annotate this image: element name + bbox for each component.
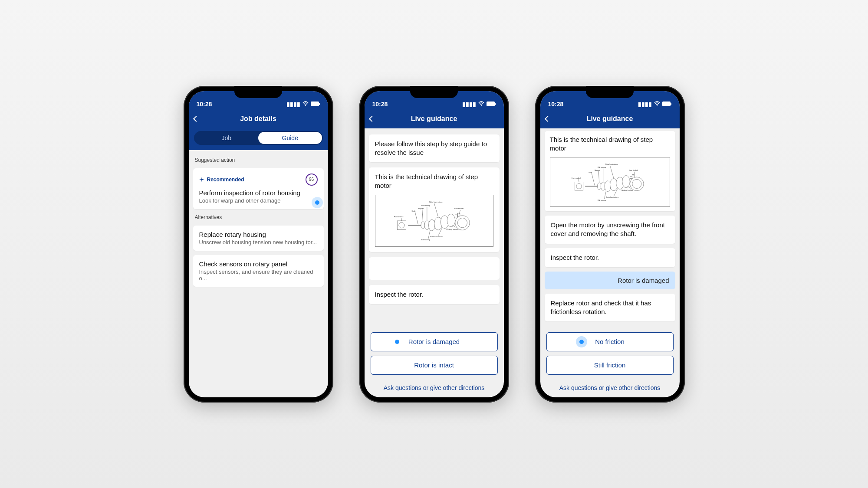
notch xyxy=(410,86,458,98)
sparkle-icon xyxy=(199,177,204,182)
step-drawing-text: This is the technical drawing of step mo… xyxy=(550,135,670,153)
battery-icon xyxy=(311,101,320,108)
svg-rect-35 xyxy=(487,102,495,106)
svg-rect-39 xyxy=(671,103,671,105)
wifi-icon xyxy=(302,101,309,108)
option-rotor-intact[interactable]: Rotor is intact xyxy=(371,356,498,375)
status-time: 10:28 xyxy=(372,101,388,108)
signal-icon: ▮▮▮▮ xyxy=(638,101,652,108)
step-intro-text: Please follow this step by step guide to… xyxy=(375,140,493,157)
motor-diagram xyxy=(375,195,493,247)
alternative-card-1[interactable]: Replace rotary housing Unscrew old housi… xyxy=(193,226,324,251)
page-title: Job details xyxy=(189,115,328,123)
step-open-text: Open the motor by unscrewing the front c… xyxy=(551,221,669,239)
signal-icon: ▮▮▮▮ xyxy=(286,101,300,108)
step-inspect-card: Inspect the rotor. xyxy=(369,285,500,304)
status-icons: ▮▮▮▮ xyxy=(286,101,320,108)
alt1-subtitle: Unscrew old housing tension new housing … xyxy=(199,239,318,246)
battery-icon xyxy=(662,101,672,108)
option-no-friction[interactable]: No friction xyxy=(546,332,674,351)
page-title: Live guidance xyxy=(540,115,680,123)
notch xyxy=(234,86,282,98)
step-inspect-card: Inspect the rotor. xyxy=(545,248,675,267)
option-still-friction[interactable]: Still friction xyxy=(546,356,674,375)
motor-diagram xyxy=(550,157,670,207)
svg-point-34 xyxy=(481,105,482,106)
tab-strip: Job Guide xyxy=(189,128,328,150)
svg-rect-32 xyxy=(311,102,319,106)
option-label: No friction xyxy=(595,338,625,345)
option-label: Rotor is intact xyxy=(414,361,454,369)
wifi-icon xyxy=(654,101,660,108)
status-icons: ▮▮▮▮ xyxy=(638,101,672,108)
tab-job[interactable]: Job xyxy=(195,132,259,144)
alternative-card-2[interactable]: Check sensors on rotary panel Inspect se… xyxy=(193,255,324,287)
ask-questions-link[interactable]: Ask questions or give other directions xyxy=(545,379,675,393)
svg-rect-33 xyxy=(319,103,320,105)
highlight-dot-icon xyxy=(579,340,584,344)
signal-icon: ▮▮▮▮ xyxy=(462,101,476,108)
notch xyxy=(586,86,634,98)
action-subtitle: Look for warp and other damage xyxy=(199,197,318,204)
svg-point-37 xyxy=(657,105,658,106)
phone-job-details: 10:28 ▮▮▮▮ Job details Job Guide Suggest… xyxy=(184,86,333,403)
wifi-icon xyxy=(478,101,484,108)
step-inspect-text: Inspect the rotor. xyxy=(375,290,493,299)
step-inspect-text: Inspect the rotor. xyxy=(551,253,669,262)
alt2-title: Check sensors on rotary panel xyxy=(199,260,318,268)
confidence-score: 96 xyxy=(306,174,318,186)
recommended-action-card[interactable]: Recommended 96 Perform inspection of rot… xyxy=(193,168,324,209)
step-intro-card: Please follow this step by step guide to… xyxy=(369,134,500,163)
step-placeholder-card xyxy=(369,257,500,280)
highlight-dot-icon xyxy=(315,200,319,205)
phone-live-guidance-1: 10:28 ▮▮▮▮ Live guidance Please follow t… xyxy=(359,86,509,403)
recommended-badge: Recommended xyxy=(199,177,244,183)
status-time: 10:28 xyxy=(548,101,564,108)
alternatives-heading: Alternatives xyxy=(193,213,324,221)
page-title: Live guidance xyxy=(365,115,504,123)
phone-live-guidance-2: 10:28 ▮▮▮▮ Live guidance This is the tec… xyxy=(535,86,685,403)
step-replace-text: Replace rotor and check that it has fric… xyxy=(551,299,669,317)
svg-point-31 xyxy=(305,105,306,106)
back-button[interactable] xyxy=(544,115,550,121)
status-icons: ▮▮▮▮ xyxy=(462,101,496,108)
back-button[interactable] xyxy=(193,115,199,121)
battery-icon xyxy=(487,101,496,108)
ask-questions-link[interactable]: Ask questions or give other directions xyxy=(369,379,500,393)
suggested-action-heading: Suggested action xyxy=(193,156,324,164)
step-drawing-text: This is the technical drawing of step mo… xyxy=(375,173,493,190)
svg-rect-38 xyxy=(662,102,671,106)
nav-bar: Live guidance xyxy=(540,109,680,128)
status-time: 10:28 xyxy=(197,101,212,108)
step-drawing-card: This is the technical drawing of step mo… xyxy=(545,131,675,212)
nav-bar: Live guidance xyxy=(365,109,504,128)
alt2-subtitle: Inspect sensors, and ensure they are cle… xyxy=(199,269,318,282)
nav-bar: Job details xyxy=(189,109,328,128)
recommended-label: Recommended xyxy=(207,177,244,183)
back-button[interactable] xyxy=(368,115,375,121)
step-open-card: Open the motor by unscrewing the front c… xyxy=(545,216,675,244)
option-label: Rotor is damaged xyxy=(408,338,460,345)
option-label: Still friction xyxy=(594,361,626,369)
step-replace-card: Replace rotor and check that it has fric… xyxy=(545,294,675,322)
step-drawing-card: This is the technical drawing of step mo… xyxy=(369,167,500,252)
action-title: Perform inspection of rotor housing xyxy=(199,189,318,197)
highlight-dot-icon xyxy=(395,340,399,344)
user-response-bubble: Rotor is damaged xyxy=(545,272,675,289)
option-rotor-damaged[interactable]: Rotor is damaged xyxy=(371,332,498,351)
alt1-title: Replace rotary housing xyxy=(199,231,318,238)
tab-guide[interactable]: Guide xyxy=(258,132,322,144)
svg-rect-36 xyxy=(495,103,496,105)
